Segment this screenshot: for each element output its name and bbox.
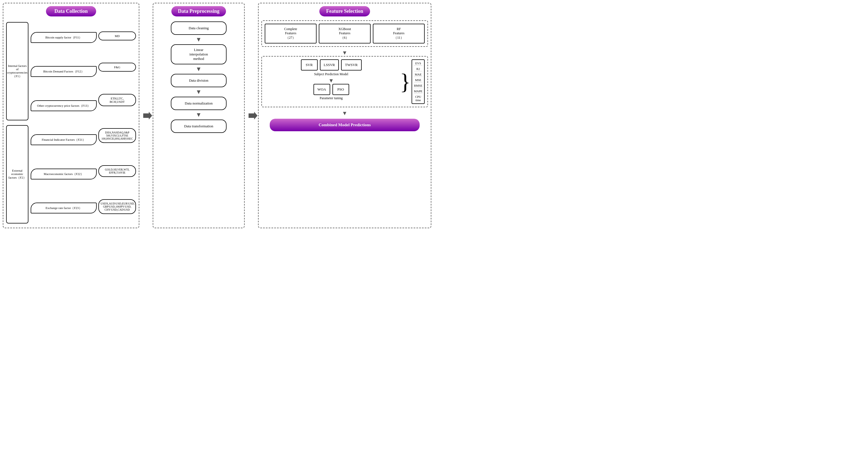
svg-marker-0	[143, 112, 152, 120]
data-financial: DJIA,NASDAQ,S&P500,VIXCLS,FTSE100,HSCEI,…	[98, 128, 136, 143]
data-fg: F&G	[98, 63, 136, 72]
svr-box: SVR	[301, 59, 318, 70]
rf-features-box: RFFeatures（11）	[373, 24, 425, 43]
svg-marker-1	[249, 112, 257, 120]
twsvr-box: TWSVR	[341, 59, 362, 70]
data-macro: GOLD,SILVER,WTI,EFFR,T10YIE	[98, 165, 136, 177]
flow-arrow-3: ▼	[196, 89, 202, 95]
arrow-to-combined: ▼	[261, 110, 428, 117]
factor-f21: Financial Indicator Factors（F21）	[31, 134, 97, 145]
metric-mse: MSE	[414, 78, 423, 83]
step-data-cleaning: Data cleaning	[171, 22, 226, 35]
tuning-row: WOA PSO	[265, 84, 398, 95]
data-collection-panel: Data Collection Internal factors of cryp…	[3, 3, 139, 228]
models-and-tuning: SVR LSSVR TWSVR Subject Prediction Model…	[265, 59, 398, 104]
flow-arrow-2: ▼	[196, 66, 202, 72]
main-diagram: Data Collection Internal factors of cryp…	[0, 0, 434, 231]
metric-r2: R2	[414, 67, 423, 71]
metric-rmse: RMSE	[414, 83, 423, 88]
metrics-list: EVS R2 MAE MSE RMSE MAPE CPUtime	[411, 59, 425, 104]
models-inner: SVR LSSVR TWSVR Subject Prediction Model…	[265, 59, 425, 104]
metric-mae: MAE	[414, 72, 423, 77]
bracket: }	[400, 70, 410, 93]
data-collection-title: Data Collection	[46, 6, 96, 17]
factor-f12: Bitcoin Demand Factors（F12）	[31, 66, 97, 77]
prediction-models-row: SVR LSSVR TWSVR	[265, 59, 398, 70]
arrow-middle-to-right	[248, 3, 258, 228]
metric-cpu: CPUtime	[414, 94, 423, 102]
arrow-features-to-models: ▼	[261, 50, 428, 56]
factor-f22: Macroeconomic factors（F22）	[31, 168, 97, 180]
metric-evs: EVS	[414, 61, 423, 66]
factor-f11: Bitcoin supply factor（F11）	[31, 32, 97, 43]
data-md: MD	[98, 31, 136, 40]
flow-arrow-4: ▼	[196, 112, 202, 118]
external-factor-box: External economic factors（F2）	[6, 125, 28, 223]
pso-box: PSO	[333, 84, 349, 95]
data-values-column: MD F&G ETH,LTC,BCH,USDT DJIA,NASDAQ,S&P5…	[98, 20, 136, 225]
factor-names-column: Bitcoin supply factor（F11） Bitcoin Deman…	[31, 20, 97, 225]
step-linear-interpolation: Linearinterpolationmethod	[171, 44, 226, 64]
parameter-tuning-label: Parameter tuning	[265, 96, 398, 100]
metrics-section: } EVS R2 MAE MSE RMSE MAPE CPUtime	[400, 59, 425, 104]
data-exchange: USDX,AUD\USD,EUR\USD,GBP\USD,100JPY\USD,…	[98, 199, 136, 214]
internal-factor-box: Internal factors of cryptocurrencies（F1）	[6, 22, 28, 120]
lssvr-box: LSSVR	[320, 59, 339, 70]
factor-f23: Exchange rate factor（F23）	[31, 203, 97, 213]
xgboost-features-box: XGBoostFeatures（6）	[319, 24, 371, 43]
metric-mape: MAPE	[414, 89, 423, 94]
features-sub-panel: CompleteFeatures（27） XGBoostFeatures（6） …	[261, 20, 428, 47]
arrow-left-to-middle	[143, 3, 153, 228]
flow-arrow-1: ▼	[196, 36, 202, 43]
step-data-normalization: Data normalization	[171, 97, 226, 110]
data-crypto: ETH,LTC,BCH,USDT	[98, 94, 136, 106]
complete-features-box: CompleteFeatures（27）	[265, 24, 316, 43]
features-row: CompleteFeatures（27） XGBoostFeatures（6） …	[265, 24, 425, 43]
woa-box: WOA	[313, 84, 330, 95]
models-sub-panel: SVR LSSVR TWSVR Subject Prediction Model…	[261, 56, 428, 107]
feature-selection-title: Feature Selection	[319, 6, 370, 17]
factor-f13: Other cryptocurrency price factors（F13）	[31, 100, 97, 111]
arrow-models-to-tuning: ▼	[265, 78, 398, 84]
left-content: Internal factors of cryptocurrencies（F1）…	[6, 20, 136, 225]
data-preprocessing-panel: Data Preprocessing Data cleaning ▼ Linea…	[153, 3, 245, 228]
preprocessing-flow: Data cleaning ▼ Linearinterpolationmetho…	[156, 20, 241, 133]
subject-prediction-label: Subject Prediction Model	[265, 72, 398, 76]
feature-selection-panel: Feature Selection CompleteFeatures（27） X…	[258, 3, 431, 228]
step-data-division: Data division	[171, 74, 226, 87]
data-preprocessing-title: Data Preprocessing	[172, 6, 226, 17]
factor-groups: Internal factors of cryptocurrencies（F1）…	[6, 20, 28, 225]
step-data-transformation: Data transformation	[171, 120, 226, 133]
combined-model-pill: Combined Model Predictions	[270, 119, 420, 131]
